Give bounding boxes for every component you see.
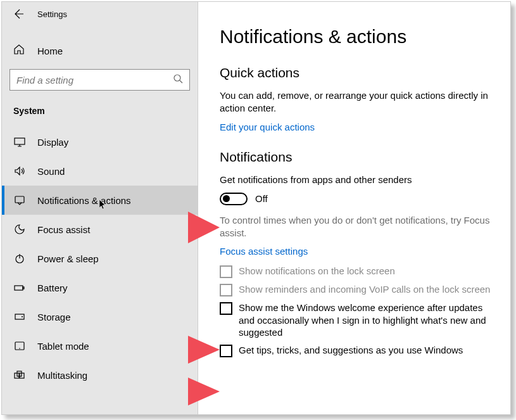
search-input[interactable] [16, 75, 173, 86]
notifications-toggle-state: Off [255, 193, 268, 204]
nav-home-label: Home [37, 46, 63, 56]
sidebar-item-display[interactable]: Display [2, 127, 198, 156]
content-pane: Notifications & actions Quick actions Yo… [198, 2, 510, 414]
sidebar-item-label: Sound [37, 166, 65, 177]
multitask-icon [13, 369, 26, 381]
checkbox-label-1: Show reminders and incoming VoIP calls o… [239, 283, 490, 296]
checkbox-0 [220, 265, 232, 278]
sidebar-item-label: Notifications & actions [37, 195, 131, 206]
sidebar-item-battery[interactable]: Battery [2, 273, 198, 302]
sidebar-item-label: Display [37, 137, 68, 148]
storage-icon [13, 311, 26, 322]
search-icon [173, 73, 183, 86]
category-label: System [2, 99, 198, 127]
sidebar-item-storage[interactable]: Storage [2, 302, 198, 331]
edit-quick-actions-link[interactable]: Edit your quick actions [220, 122, 315, 132]
notifications-toggle[interactable] [220, 193, 248, 205]
notifications-toggle-caption: Get notifications from apps and other se… [220, 174, 491, 186]
checkbox-row-3: Get tips, tricks, and suggestions as you… [220, 344, 491, 357]
checkbox-label-3: Get tips, tricks, and suggestions as you… [239, 344, 463, 357]
sidebar-item-power[interactable]: Power & sleep [2, 244, 198, 273]
display-icon [13, 136, 26, 148]
back-icon[interactable] [13, 9, 23, 19]
checkbox-row-1: Show reminders and incoming VoIP calls o… [220, 283, 491, 296]
svg-rect-1 [15, 138, 25, 144]
sidebar-item-label: Storage [37, 312, 71, 322]
svg-point-0 [174, 75, 180, 81]
notifications-toggle-row: Off [220, 193, 491, 205]
svg-rect-5 [23, 287, 24, 289]
search-box[interactable] [9, 69, 190, 91]
svg-rect-4 [15, 286, 23, 290]
checkbox-2[interactable] [220, 302, 232, 315]
sidebar-item-label: Multitasking [37, 370, 87, 381]
focus-assist-settings-link[interactable]: Focus assist settings [220, 246, 308, 257]
notification-checkboxes: Show notifications on the lock screenSho… [220, 265, 491, 357]
sidebar-item-sound[interactable]: Sound [2, 156, 198, 186]
toggle-knob [223, 195, 230, 202]
tablet-icon [13, 340, 26, 352]
sidebar-item-label: Focus assist [37, 224, 90, 235]
focus-assist-hint: To control times when you do or don't ge… [220, 214, 491, 240]
sidebar-item-label: Power & sleep [37, 253, 99, 264]
checkbox-3[interactable] [220, 345, 232, 357]
topbar: Settings [2, 2, 198, 26]
checkbox-row-0: Show notifications on the lock screen [220, 265, 491, 278]
notifications-heading: Notifications [220, 150, 491, 165]
sidebar: Settings Home System DisplaySoundNotific… [2, 2, 198, 414]
checkbox-row-2: Show me the Windows welcome experience a… [220, 302, 491, 339]
checkbox-label-0: Show notifications on the lock screen [239, 265, 395, 277]
nav-home[interactable]: Home [2, 36, 198, 65]
app-title: Settings [37, 10, 67, 19]
notifications-icon [13, 194, 26, 206]
nav-list: DisplaySoundNotifications & actionsFocus… [2, 127, 198, 390]
settings-window: Settings Home System DisplaySoundNotific… [1, 1, 511, 415]
sidebar-item-label: Battery [37, 283, 68, 293]
battery-icon [13, 282, 26, 293]
svg-rect-2 [15, 196, 24, 203]
svg-point-9 [19, 348, 20, 349]
sidebar-item-multitask[interactable]: Multitasking [2, 360, 198, 390]
quick-actions-desc: You can add, remove, or rearrange your q… [220, 89, 491, 115]
search-wrap [2, 65, 198, 99]
page-title: Notifications & actions [220, 26, 491, 48]
quick-actions-heading: Quick actions [220, 65, 491, 80]
focus-icon [13, 224, 26, 235]
sidebar-item-notifications[interactable]: Notifications & actions [2, 186, 198, 215]
sidebar-item-tablet[interactable]: Tablet mode [2, 331, 198, 360]
sidebar-item-focus[interactable]: Focus assist [2, 215, 198, 244]
svg-point-7 [22, 316, 23, 317]
checkbox-1 [220, 284, 232, 296]
sidebar-item-label: Tablet mode [37, 341, 89, 352]
home-icon [13, 44, 26, 58]
power-icon [13, 253, 26, 264]
sound-icon [13, 165, 26, 177]
checkbox-label-2: Show me the Windows welcome experience a… [239, 302, 491, 339]
